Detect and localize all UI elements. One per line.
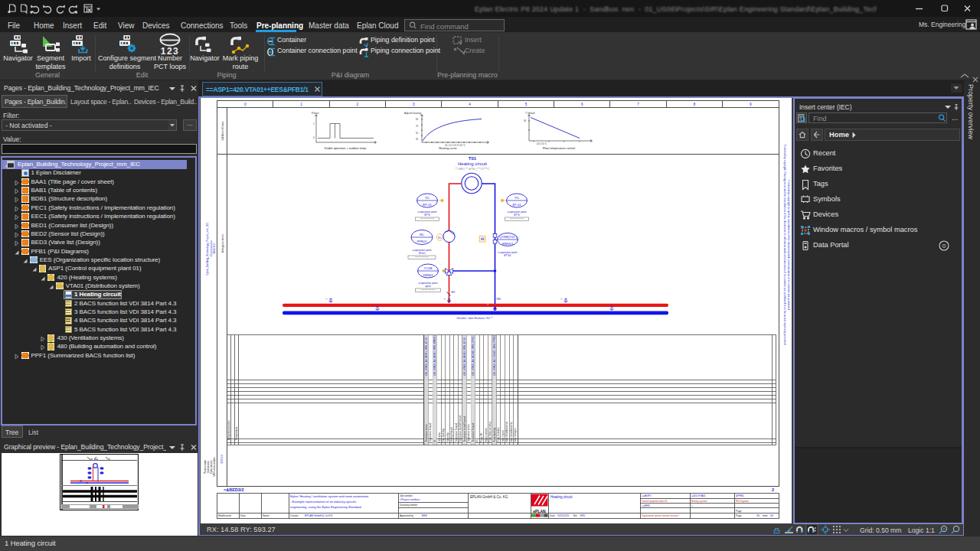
svg-text:Grid: 0.50 mm: Grid: 0.50 mm bbox=[860, 527, 901, 534]
svg-text:EPLAN GmbH & Co. KG: EPLAN GmbH & Co. KG bbox=[470, 495, 508, 499]
svg-text:Verteiler / über Heizkreis T01: Verteiler / über Heizkreis T01 ** bbox=[456, 317, 493, 320]
svg-text:RW: RW bbox=[497, 298, 501, 301]
svg-text:3: 3 bbox=[413, 103, 415, 106]
svg-text:30: 30 bbox=[416, 138, 419, 141]
svg-text:2: 2 bbox=[772, 487, 774, 492]
svg-text:BT*b: BT*b bbox=[514, 214, 520, 217]
svg-text:123: 123 bbox=[161, 46, 180, 57]
svg-text:open: open bbox=[425, 285, 431, 288]
svg-text:BT*b: BT*b bbox=[424, 214, 430, 217]
svg-text:Name: Name bbox=[263, 514, 270, 517]
svg-text:NC: NC bbox=[420, 233, 424, 236]
svg-text:-10 0 10 °C: -10 0 10 °C bbox=[536, 142, 547, 145]
svg-text:TIC: TIC bbox=[425, 196, 430, 200]
svg-text:**** *** **** ****: **** *** **** **** bbox=[415, 256, 428, 259]
svg-text:420_VTA01_AV_AOU01_WIM_EP-01: 420_VTA01_AV_AOU01_WIM_EP-01 bbox=[472, 336, 475, 376]
svg-text:**** *** **** ****: **** *** **** **** bbox=[421, 289, 434, 292]
svg-text:**** *** **** ****: **** *** **** **** bbox=[420, 218, 433, 221]
svg-text:- Example representation of an: - Example representation of an industry-… bbox=[290, 500, 356, 504]
svg-text:**: ** bbox=[444, 298, 446, 302]
svg-text:EPLAN GmbH & Co.KG: EPLAN GmbH & Co.KG bbox=[305, 514, 333, 517]
svg-text:Temperature Forward: Temperature Forward bbox=[472, 422, 475, 442]
svg-text:BT-01: BT-01 bbox=[512, 203, 521, 207]
svg-text:** kW | ** m³/h | ***C/***C: ** kW | ** m³/h | ***C/***C bbox=[456, 167, 490, 171]
svg-text:70: 70 bbox=[416, 125, 419, 128]
svg-text:0: 0 bbox=[244, 103, 247, 106]
svg-text:Temperature sensor: Temperature sensor bbox=[425, 424, 428, 442]
svg-text:Protected by copyright. Passin: Protected by copyright. Passing on as we… bbox=[783, 145, 786, 346]
svg-text:Heating circuit: Heating circuit bbox=[458, 161, 487, 166]
svg-text:Pump Verlaufsm: Pump Verlaufsm bbox=[497, 427, 500, 442]
svg-text:Eplan_Building_Technology_Proj: Eplan_Building_Technology_Project_mm_IEC bbox=[206, 222, 209, 276]
svg-text:KC: KC bbox=[438, 236, 442, 240]
svg-text:6: 6 bbox=[581, 103, 583, 106]
svg-text:a operative point: a operative point bbox=[498, 251, 517, 254]
svg-text:**: ** bbox=[560, 298, 563, 302]
svg-text:engineering, using the Eplan E: engineering, using the Eplan Engineering… bbox=[290, 505, 361, 509]
svg-text:+: + bbox=[691, 504, 693, 507]
svg-text:Valve Schaltbetrieb ind: Valve Schaltbetrieb ind bbox=[505, 422, 508, 442]
svg-text:MV: MV bbox=[452, 291, 456, 294]
svg-text:**** *** **** ****: **** *** **** **** bbox=[510, 218, 523, 221]
svg-text:Temperature Verlauf Forward: Temperature Verlauf Forward bbox=[463, 416, 466, 442]
svg-text:*QY8R(T01*): *QY8R(T01*) bbox=[498, 235, 518, 239]
svg-text:Heating systems: Heating systems bbox=[691, 500, 707, 503]
svg-text:+=EES: +=EES bbox=[642, 504, 650, 507]
svg-text:Heating circuit: Heating circuit bbox=[550, 495, 573, 499]
svg-text:T Vofault: T Vofault bbox=[525, 112, 535, 115]
svg-text:Valve Schaltbetrieb Su: Valve Schaltbetrieb Su bbox=[510, 422, 513, 442]
svg-text:420_VTA01_AV_DOU01_WIM_PPE01: 420_VTA01_AV_DOU01_WIM_PPE01 bbox=[493, 335, 496, 376]
svg-text:Page: Page bbox=[736, 510, 742, 513]
svg-text:EP-01: EP-01 bbox=[423, 203, 432, 207]
svg-text:YC5B: YC5B bbox=[424, 266, 433, 270]
svg-text:a operative point: a operative point bbox=[418, 282, 437, 285]
svg-text:18 b/s: 18 b/s bbox=[418, 252, 426, 255]
svg-text:Job number: Job number bbox=[400, 494, 413, 497]
svg-text:0: 0 bbox=[942, 243, 946, 249]
svg-text:Diable operation + outdoor tem: Diable operation + outdoor temp bbox=[325, 147, 366, 150]
svg-text:Temperature Forward: Temperature Forward bbox=[429, 422, 432, 442]
svg-text:=&BED3/2: =&BED3/2 bbox=[224, 487, 243, 492]
svg-text:Protected by copyright as well: Protected by copyright as well as reprod… bbox=[787, 180, 790, 309]
svg-text:&PFB1: &PFB1 bbox=[736, 494, 744, 497]
svg-text:Control equipment plant 01: Control equipment plant 01 bbox=[642, 500, 668, 503]
svg-text:Heating curve: Heating curve bbox=[439, 147, 456, 150]
svg-text:Approved by: Approved by bbox=[400, 514, 413, 517]
svg-text:26: 26 bbox=[756, 514, 760, 517]
svg-text:9: 9 bbox=[750, 103, 752, 106]
svg-text:M: M bbox=[475, 440, 479, 442]
svg-text:5: 5 bbox=[525, 103, 528, 106]
svg-text:WM201: WM201 bbox=[502, 242, 514, 246]
svg-text:8: 8 bbox=[694, 103, 696, 106]
svg-text:<Project number>: <Project number> bbox=[400, 498, 420, 501]
svg-text:Volum flow: Volum flow bbox=[446, 432, 449, 442]
svg-text:Pump Switching: Pump Switching bbox=[493, 427, 496, 442]
svg-text:Pump Status am alterg: Pump Status am alterg bbox=[488, 422, 492, 442]
svg-text:TIC: TIC bbox=[514, 196, 520, 200]
svg-text:Date: Date bbox=[550, 514, 555, 517]
svg-text:2: 2 bbox=[357, 103, 359, 106]
svg-text:-10 -5 0 5 10 15 20: -10 -5 0 5 10 15 20 °C bbox=[444, 144, 466, 147]
svg-text:<Commission>: <Commission> bbox=[210, 240, 213, 258]
svg-text:4: 4 bbox=[469, 103, 471, 106]
svg-text:9/25/2025: 9/25/2025 bbox=[557, 514, 569, 517]
svg-text:64: 64 bbox=[770, 514, 773, 517]
svg-text:=420.VTA01: =420.VTA01 bbox=[691, 494, 706, 497]
svg-text:a operative point: a operative point bbox=[507, 210, 526, 214]
svg-text:2026.0.3: 2026.0.3 bbox=[213, 243, 216, 253]
svg-text:GA Alarm/Einten: GA Alarm/Einten bbox=[221, 121, 224, 140]
svg-text:Heat meter: Heat meter bbox=[438, 432, 441, 442]
svg-text:BT*b1: BT*b1 bbox=[504, 254, 511, 257]
svg-text:Date: Date bbox=[240, 514, 246, 517]
svg-text:a operative point: a operative point bbox=[417, 210, 436, 214]
svg-text:Pulses: Pulses bbox=[312, 112, 319, 115]
svg-text:Flow temperature control: Flow temperature control bbox=[543, 147, 575, 150]
svg-text:90: 90 bbox=[524, 119, 527, 122]
svg-text:VEN01: VEN01 bbox=[423, 273, 433, 277]
svg-text:Temperature Forward: Temperature Forward bbox=[455, 422, 458, 442]
svg-text:Flow Switching: Flow Switching bbox=[442, 429, 445, 442]
svg-text:Drawing number: Drawing number bbox=[400, 504, 418, 507]
svg-text:50: 50 bbox=[416, 132, 419, 135]
svg-text:ERL: ERL bbox=[580, 514, 586, 517]
svg-text:0: 0 bbox=[313, 136, 315, 139]
